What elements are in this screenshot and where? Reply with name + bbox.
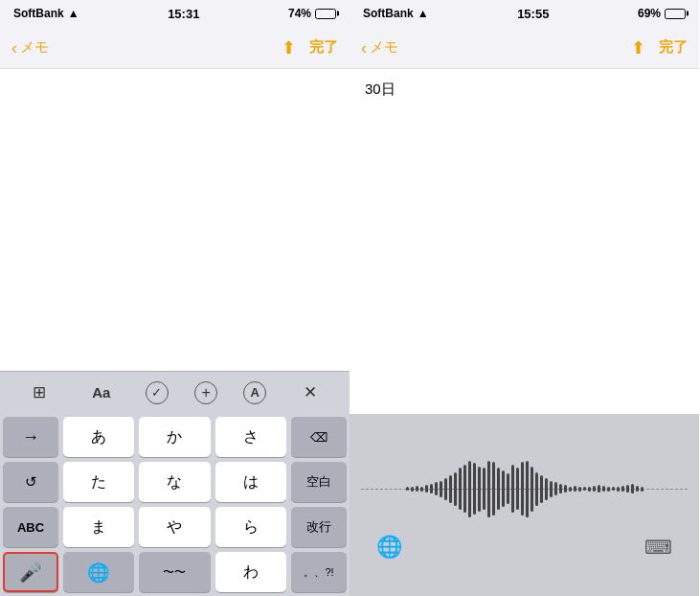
key-globe-area[interactable]: 🌐 [63,552,134,592]
waveform-bar [540,475,543,503]
back-chevron-left: ‹ [11,39,17,57]
waveform-bar [420,487,423,492]
status-bar-right: SoftBank ▲ 15:55 69% [350,0,699,27]
waveform-bar [607,487,610,492]
wifi-icon-right: ▲ [418,7,429,20]
key-tilde[interactable]: 〜〜 [139,552,210,592]
waveform-bar [478,467,481,512]
keyboard-toolbar: ⊞ Aa ✓ + A ✕ [0,371,350,413]
nav-bar-right: ‹ メモ ⬆ 完了 [350,27,699,69]
waveform-bar [463,465,466,513]
waveform-bar [526,461,529,517]
key-arrow[interactable]: → [3,417,58,457]
waveform-bar [416,486,418,493]
nav-bar-left: ‹ メモ ⬆ 完了 [0,27,350,69]
waveform-bar [569,487,572,492]
waveform-bar [516,468,519,510]
waveform-bar [636,486,639,493]
waveform-bar [487,461,490,517]
key-undo[interactable]: ↺ [3,462,58,502]
left-phone: SoftBank ▲ 15:31 74% ‹ メモ ⬆ 完了 ⊞ Aa ✓ + … [0,0,350,596]
status-right-right: 69% [638,7,686,20]
toolbar-format-aa[interactable]: Aa [83,378,120,408]
voice-bottom-bar: 🌐 ⌨ [361,527,688,560]
note-date: 30日 [365,80,395,97]
key-space[interactable]: 空白 [291,462,347,502]
waveform-bar [612,487,615,491]
waveform-bar [583,487,586,491]
key-na[interactable]: な [139,462,210,502]
status-bar-left: SoftBank ▲ 15:31 74% [0,0,350,27]
waveform-bar [502,470,505,507]
time-right: 15:55 [517,7,549,21]
right-phone: SoftBank ▲ 15:55 69% ‹ メモ ⬆ 完了 30日 [350,0,699,596]
carrier-left: SoftBank [13,7,64,20]
waveform-bar [425,485,428,493]
waveform-bar [454,472,457,506]
waveform-bar [588,487,591,492]
key-abc[interactable]: ABC [3,507,58,547]
done-button-right[interactable]: 完了 [659,38,688,57]
share-button-right[interactable]: ⬆ [631,37,645,58]
back-label-left: メモ [20,38,49,57]
share-button-left[interactable]: ⬆ [282,37,296,58]
battery-icon-left [315,9,336,19]
key-mic[interactable]: 🎤 [3,552,58,592]
toolbar-add[interactable]: + [194,381,217,404]
done-button-left[interactable]: 完了 [309,38,338,57]
back-button-right[interactable]: ‹ メモ [361,38,398,57]
key-ma[interactable]: ま [63,507,134,547]
key-ha[interactable]: は [215,462,286,502]
carrier-right: SoftBank [363,7,414,20]
waveform-bar [545,478,548,500]
key-ta[interactable]: た [63,462,134,502]
key-a[interactable]: あ [63,417,134,457]
waveform-bar [602,486,605,493]
back-button-left[interactable]: ‹ メモ [11,38,49,57]
toolbar-close[interactable]: ✕ [292,378,328,408]
waveform-bar [531,467,533,512]
nav-actions-left: ⬆ 完了 [282,37,338,58]
battery-percent-left: 74% [288,7,311,20]
key-ra[interactable]: ら [215,507,286,547]
waveform-container [361,450,688,527]
waveform-bar [507,473,509,504]
waveform-bar [593,486,596,493]
voice-keyboard-icon[interactable]: ⌨ [644,536,672,559]
key-punctuation[interactable]: 。、?! [291,552,347,592]
toolbar-check[interactable]: ✓ [146,381,169,404]
waveform-bar [564,485,567,493]
waveform-bar [440,481,442,497]
waveform-bar [468,461,471,517]
waveform-bar [559,484,562,493]
key-return[interactable]: 改行 [291,507,347,547]
waveform-bar [430,484,433,493]
note-content-right[interactable]: 30日 [350,69,699,414]
waveform-bar [521,462,524,516]
status-left: SoftBank ▲ [13,7,79,20]
toolbar-format-a[interactable]: A [243,381,266,404]
key-sa[interactable]: さ [215,417,286,457]
toolbar-table[interactable]: ⊞ [21,378,57,408]
key-ka[interactable]: か [139,417,210,457]
waveform-bar [459,468,462,510]
waveform-bar [444,478,447,500]
japanese-keyboard: → あ か さ ⌫ ↺ た な は 空白 ABC ま や ら 改行 🎤 🌐 〜〜… [0,413,350,596]
waveform-bar [411,487,414,492]
voice-globe-icon[interactable]: 🌐 [376,535,402,560]
waveform-bar [511,465,514,513]
key-delete[interactable]: ⌫ [291,417,347,457]
waveform-bar [574,486,576,493]
waveform-bar [473,463,476,516]
waveform-bar [626,485,629,493]
waveform-bar [435,482,438,495]
status-left-right: SoftBank ▲ [363,7,429,20]
waveform-bar [578,487,581,492]
voice-panel: 🌐 ⌨ [350,414,699,596]
back-label-right: メモ [370,38,398,57]
note-content-left[interactable] [0,69,350,371]
key-ya[interactable]: や [139,507,210,547]
battery-icon-right [665,9,686,19]
battery-percent-right: 69% [638,7,661,20]
key-wa[interactable]: わ [215,552,286,592]
